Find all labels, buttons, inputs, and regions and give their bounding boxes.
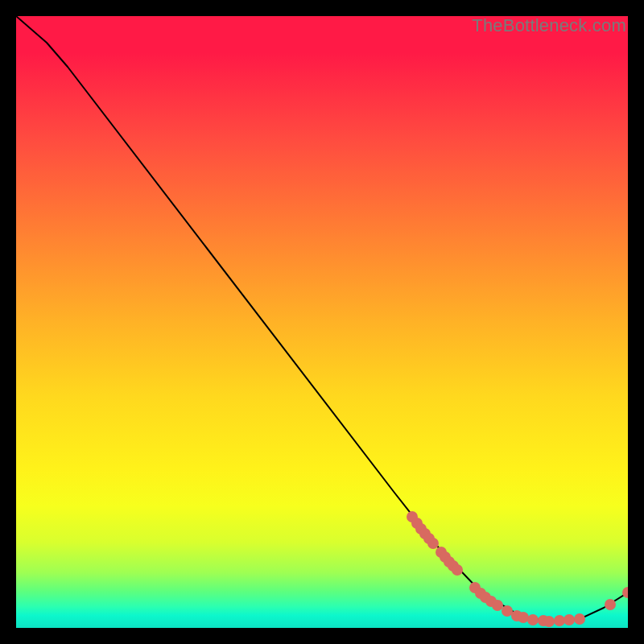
data-marker [444, 556, 455, 568]
chart-overlay-svg [16, 16, 628, 628]
data-marker [511, 610, 522, 621]
watermark-text: TheBottleneck.com [472, 15, 626, 36]
chart-stage: TheBottleneck.com [0, 0, 644, 644]
data-marker [605, 599, 616, 610]
data-marker [518, 612, 529, 623]
data-marker [469, 582, 481, 593]
data-marker [419, 528, 431, 539]
data-marker [564, 614, 575, 625]
data-marker [480, 592, 491, 603]
data-marker [415, 523, 427, 535]
data-marker [436, 547, 447, 558]
data-marker [538, 615, 549, 626]
curve-line [16, 16, 628, 621]
data-marker [475, 588, 486, 599]
data-marker [423, 533, 435, 544]
data-marker [427, 538, 439, 549]
data-marker [492, 600, 503, 611]
data-marker [440, 551, 451, 563]
chart-plot-area: TheBottleneck.com [16, 16, 628, 628]
marker-group [407, 511, 628, 627]
data-marker [574, 613, 585, 625]
data-marker [407, 511, 418, 522]
data-marker [411, 518, 423, 529]
data-marker [527, 614, 539, 625]
data-marker [622, 587, 628, 598]
data-marker [448, 560, 459, 572]
data-marker [543, 616, 555, 627]
data-marker [554, 615, 565, 626]
data-marker [485, 596, 497, 607]
data-marker [502, 605, 513, 617]
data-marker [452, 564, 463, 576]
